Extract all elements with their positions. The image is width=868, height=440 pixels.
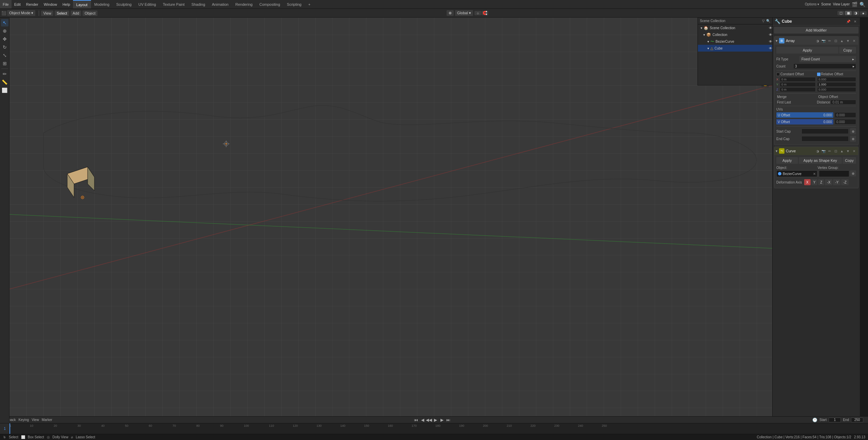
curve-object-field[interactable]: BezierCurve ✕ (776, 170, 817, 177)
rel-z-field[interactable]: 0.000 (817, 87, 856, 92)
pin-button[interactable]: 📌 (846, 19, 851, 24)
curve-on-cage[interactable]: ⊡ (833, 148, 838, 154)
array-enable-realtime[interactable]: ◑ (815, 38, 820, 43)
deform-y-btn[interactable]: Y (811, 179, 818, 185)
tool-cursor[interactable]: ⊕ (1, 27, 8, 35)
array-on-cage[interactable]: ⊡ (833, 38, 838, 43)
viewport-shading-material[interactable]: ◑ (852, 11, 859, 15)
tool-transform[interactable]: ⊞ (1, 60, 8, 67)
tab-rendering[interactable]: Rendering (232, 0, 256, 8)
snap-toggle[interactable]: 🧲 (482, 11, 488, 15)
menu-window[interactable]: Window (41, 0, 60, 8)
clear-object-btn[interactable]: ✕ (813, 172, 816, 176)
outliner-item-cube[interactable]: ▾ △ Cube 👁 (698, 45, 772, 52)
add-modifier-button[interactable]: Add Modifier (774, 27, 858, 34)
curve-move-up[interactable]: ▲ (839, 148, 845, 154)
u-offset-num[interactable]: 0.000 (835, 112, 856, 118)
start-frame-input[interactable]: 1 (829, 418, 841, 422)
object-menu[interactable]: Object (83, 11, 97, 16)
distance-field[interactable]: 0.01 m (831, 100, 856, 104)
const-offset-checkbox[interactable] (776, 73, 780, 76)
outliner-filter-icon[interactable]: ▽ (762, 19, 765, 23)
viewport-shading-render[interactable]: ● (860, 11, 867, 15)
timeline-ruler[interactable]: 1 10 20 30 40 50 60 70 80 90 100 110 120… (0, 423, 868, 434)
end-cap-field[interactable] (801, 136, 849, 141)
fit-type-selector[interactable]: Fixed Count ▸ (799, 56, 856, 62)
count-field[interactable]: 3 ▸ (793, 63, 856, 69)
eye-icon-cube[interactable]: 👁 (769, 46, 772, 50)
curve-enable-render[interactable]: 📷 (821, 148, 826, 154)
array-copy-button[interactable]: Copy (839, 47, 856, 54)
end-frame-input[interactable]: 250 (851, 418, 863, 422)
tool-select[interactable]: ↖ (1, 19, 8, 26)
view-menu[interactable]: View (41, 11, 53, 16)
menu-render[interactable]: Render (23, 0, 41, 8)
timeline-marker[interactable]: Marker (42, 418, 52, 422)
array-move-up[interactable]: ▲ (839, 38, 845, 43)
array-move-down[interactable]: ▼ (845, 38, 851, 43)
select-menu[interactable]: Select (55, 11, 69, 16)
eye-icon-curve[interactable]: 👁 (769, 40, 772, 43)
jump-end-btn[interactable]: ⏭ (446, 417, 451, 423)
close-panel[interactable]: ✕ (852, 19, 858, 24)
deform-neg-x-btn[interactable]: -X (825, 179, 832, 185)
rel-x-field[interactable]: 0.000 (817, 77, 856, 82)
mode-selector[interactable]: Object Mode ▾ (7, 10, 35, 16)
transform-space[interactable]: Global ▾ (455, 10, 473, 16)
options-label[interactable]: Options ▾ (805, 2, 819, 6)
outliner-item-collection[interactable]: ▾ 📦 Collection 👁 (698, 31, 772, 38)
tab-uv-editing[interactable]: UV Editing (135, 0, 159, 8)
tab-texture-paint[interactable]: Texture Paint (159, 0, 188, 8)
viewport-shading-solid[interactable]: ◼ (845, 11, 852, 15)
vertex-group-field[interactable] (819, 170, 850, 177)
transform-pivot[interactable]: ⊕ (447, 10, 454, 16)
tool-add-cube[interactable]: ⬜ (1, 87, 8, 94)
play-btn[interactable]: ▶ (433, 417, 438, 423)
tab-animation[interactable]: Animation (209, 0, 232, 8)
rel-offset-checkbox[interactable]: ✓ (817, 73, 820, 76)
proportional-edit[interactable]: ○ (474, 11, 481, 15)
eye-icon[interactable]: 👁 (769, 26, 772, 30)
search-icon[interactable]: 🔍 (860, 2, 865, 7)
tab-scripting[interactable]: Scripting (284, 0, 305, 8)
step-back-btn[interactable]: ◀ (420, 417, 425, 423)
tab-shading[interactable]: Shading (188, 0, 209, 8)
menu-edit[interactable]: Edit (12, 0, 23, 8)
const-z-field[interactable]: 0 m (780, 87, 816, 92)
const-y-field[interactable]: 0 m (780, 82, 816, 87)
curve-expand-icon[interactable]: ▾ (776, 149, 778, 153)
curve-remove[interactable]: ✕ (851, 148, 857, 154)
deform-neg-z-btn[interactable]: -Z (841, 179, 848, 185)
add-menu[interactable]: Add (71, 11, 82, 16)
u-offset-field[interactable]: U Offset 0.000 (776, 112, 833, 118)
array-enable-render[interactable]: 📷 (821, 38, 826, 43)
const-x-field[interactable]: 0 m (780, 77, 816, 82)
curve-move-down[interactable]: ▼ (845, 148, 851, 154)
array-edit-mode[interactable]: ✏ (827, 38, 832, 43)
outliner-search-icon[interactable]: 🔍 (766, 19, 770, 23)
array-expand-icon[interactable]: ▾ (776, 39, 778, 43)
menu-file[interactable]: File (0, 0, 12, 8)
deform-x-btn[interactable]: X (804, 179, 811, 185)
v-offset-num[interactable]: 0.000 (835, 119, 856, 125)
array-remove[interactable]: ✕ (851, 38, 857, 43)
tool-measure[interactable]: 📏 (1, 78, 8, 86)
tab-compositing[interactable]: Compositing (256, 0, 284, 8)
rel-y-field[interactable]: 1.000 (817, 82, 856, 87)
curve-apply-button[interactable]: Apply (776, 157, 798, 164)
step-forward-btn[interactable]: ▶ (439, 417, 445, 423)
tab-modeling[interactable]: Modeling (91, 0, 113, 8)
jump-start-btn[interactable]: ⏮ (413, 417, 419, 423)
outliner-item-scene-collection[interactable]: ▾ 🏠 Scene Collection 👁 (698, 24, 772, 31)
tab-add[interactable]: + (305, 0, 314, 8)
deform-neg-y-btn[interactable]: -Y (833, 179, 840, 185)
tab-layout-ws[interactable]: Layout (73, 0, 91, 8)
view-layer-selector[interactable]: View Layer (833, 2, 850, 6)
timeline-keying[interactable]: Keying (19, 418, 29, 422)
eye-icon-col[interactable]: 👁 (769, 33, 772, 37)
timeline-view[interactable]: View (32, 418, 39, 422)
tool-annotate[interactable]: ✏ (1, 70, 8, 78)
tool-scale[interactable]: ⤡ (1, 52, 8, 59)
deform-z-btn[interactable]: Z (818, 179, 824, 185)
curve-apply-shape-key-button[interactable]: Apply as Shape Key (799, 157, 842, 164)
